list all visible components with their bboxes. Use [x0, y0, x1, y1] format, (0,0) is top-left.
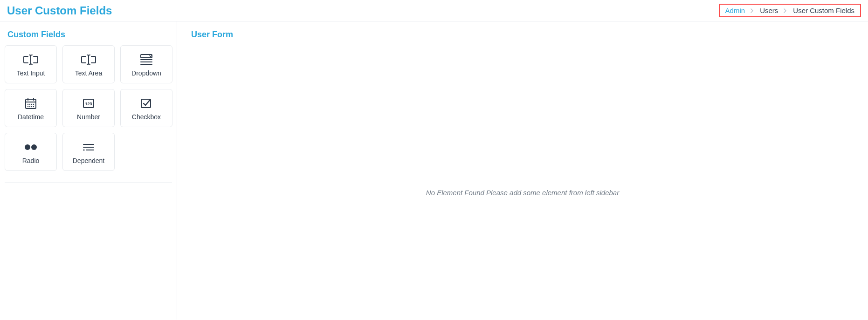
empty-state-message: No Element Found Please add some element… [191, 189, 854, 197]
field-dropdown[interactable]: Dropdown [120, 45, 172, 83]
svg-point-22 [31, 144, 37, 150]
field-type-grid: Text Input Text Area [5, 45, 172, 183]
field-text-input[interactable]: Text Input [5, 45, 57, 83]
svg-point-15 [29, 106, 30, 107]
page-header: User Custom Fields Admin Users User Cust… [0, 0, 868, 21]
svg-text:123: 123 [85, 102, 92, 106]
breadcrumb: Admin Users User Custom Fields [719, 4, 861, 17]
field-checkbox[interactable]: Checkbox [120, 89, 172, 127]
field-dependent[interactable]: Dependent [62, 133, 115, 171]
number-icon: 123 [82, 95, 96, 111]
svg-rect-6 [26, 99, 36, 109]
field-number[interactable]: 123 Number [62, 89, 115, 127]
user-form-canvas: User Form No Element Found Please add so… [177, 21, 868, 320]
datetime-icon [24, 95, 37, 111]
custom-fields-sidebar: Custom Fields Text Input [0, 21, 177, 320]
svg-point-11 [29, 104, 30, 105]
svg-point-21 [25, 144, 30, 150]
field-text-area[interactable]: Text Area [62, 45, 115, 83]
field-label: Datetime [18, 113, 44, 121]
breadcrumb-users[interactable]: Users [760, 7, 778, 14]
chevron-right-icon [784, 8, 787, 13]
svg-point-14 [28, 106, 28, 107]
page-title: User Custom Fields [7, 4, 112, 17]
svg-point-10 [28, 104, 28, 105]
field-label: Number [77, 113, 100, 121]
dependent-icon [82, 139, 96, 155]
breadcrumb-current: User Custom Fields [793, 7, 854, 14]
svg-point-26 [83, 149, 84, 150]
text-area-icon [81, 52, 96, 68]
svg-point-16 [31, 106, 32, 107]
svg-point-12 [31, 104, 32, 105]
field-label: Text Input [17, 69, 45, 77]
svg-point-17 [33, 106, 34, 107]
field-label: Text Area [75, 69, 102, 77]
field-label: Dropdown [131, 69, 161, 77]
radio-icon [22, 139, 39, 155]
field-radio[interactable]: Radio [5, 133, 57, 171]
dropdown-icon [139, 52, 153, 68]
chevron-right-icon [751, 8, 754, 13]
field-label: Dependent [73, 157, 105, 164]
checkbox-icon [139, 95, 153, 111]
breadcrumb-admin[interactable]: Admin [725, 7, 745, 14]
field-datetime[interactable]: Datetime [5, 89, 57, 127]
main-title: User Form [191, 30, 854, 40]
svg-point-13 [33, 104, 34, 105]
field-label: Checkbox [132, 113, 161, 121]
sidebar-title: Custom Fields [5, 30, 172, 40]
field-label: Radio [22, 157, 40, 164]
text-input-icon [23, 52, 39, 68]
